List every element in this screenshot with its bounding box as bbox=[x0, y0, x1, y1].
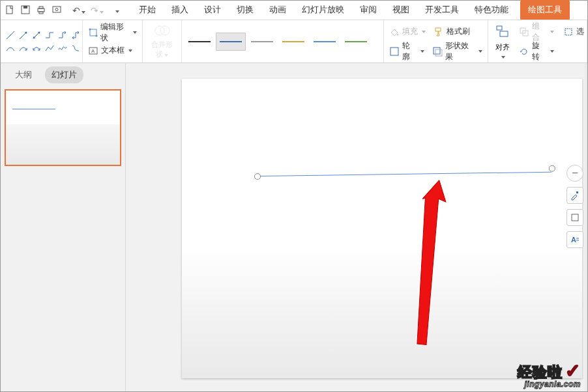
align-button[interactable]: 对齐 bbox=[493, 23, 512, 60]
qat-preview-icon[interactable] bbox=[51, 5, 62, 17]
format-painter-icon bbox=[434, 27, 444, 37]
merge-shapes-button: 合并形状 bbox=[148, 23, 176, 59]
svg-point-12 bbox=[89, 28, 91, 30]
tab-design[interactable]: 设计 bbox=[196, 0, 229, 20]
shape-curve-double-icon[interactable] bbox=[31, 42, 42, 54]
group-icon bbox=[519, 27, 529, 37]
tab-animation[interactable]: 动画 bbox=[261, 0, 294, 20]
crop-button[interactable] bbox=[566, 209, 583, 226]
qat-print-icon[interactable] bbox=[36, 5, 46, 17]
edit-shape-button[interactable]: 编辑形状 bbox=[88, 23, 137, 42]
textfx-button[interactable]: A bbox=[566, 231, 583, 248]
svg-rect-28 bbox=[576, 191, 578, 193]
align-label: 对齐 bbox=[495, 43, 510, 51]
format-painter-button[interactable]: 格式刷 bbox=[434, 23, 470, 40]
svg-rect-4 bbox=[39, 7, 43, 8]
shape-elbow-icon[interactable] bbox=[44, 29, 55, 41]
shape-line-icon[interactable] bbox=[5, 29, 16, 41]
svg-rect-2 bbox=[23, 6, 27, 8]
shape-elbow-arrow-icon[interactable] bbox=[57, 29, 68, 41]
svg-rect-29 bbox=[572, 214, 578, 221]
align-icon bbox=[494, 23, 511, 40]
svg-rect-11 bbox=[90, 29, 96, 36]
shape-s-curve-icon[interactable] bbox=[70, 42, 81, 54]
style-3[interactable] bbox=[247, 33, 277, 51]
watermark-text: 经验啦 bbox=[518, 364, 563, 380]
tab-view[interactable]: 视图 bbox=[385, 0, 417, 20]
outline-label: 轮廓 bbox=[402, 40, 417, 63]
slide-canvas-area[interactable]: − A bbox=[126, 63, 587, 391]
group-edit: 编辑形状 A 文本框 bbox=[83, 20, 143, 63]
shape-curve-arrow-icon[interactable] bbox=[18, 42, 29, 54]
app-window: ↶ ↷ 开始 插入 设计 切换 动画 幻灯片放映 审阅 视图 开发工具 特色功能… bbox=[0, 0, 588, 392]
thumbnail-pane[interactable] bbox=[1, 87, 125, 391]
zoom-out-button[interactable]: − bbox=[566, 165, 583, 182]
tab-start[interactable]: 开始 bbox=[131, 0, 164, 20]
shape-curve-icon[interactable] bbox=[5, 42, 16, 54]
shape-effects-button[interactable]: 形状效果 bbox=[432, 43, 482, 60]
sidebar-tabs: 大纲 幻灯片 bbox=[1, 63, 125, 87]
line-shape-grid[interactable] bbox=[5, 29, 78, 54]
style-gallery[interactable] bbox=[184, 33, 381, 51]
quick-access-toolbar: ↶ ↷ bbox=[5, 1, 119, 20]
tab-transition[interactable]: 切换 bbox=[229, 0, 261, 20]
style-6[interactable] bbox=[341, 33, 371, 51]
qat-new-icon[interactable] bbox=[5, 5, 15, 17]
slide-thumbnail-1[interactable] bbox=[5, 89, 121, 166]
edit-shape-icon bbox=[88, 27, 98, 38]
outline-button[interactable]: 轮廓 bbox=[389, 43, 424, 60]
qat-dropdown-icon[interactable] bbox=[114, 6, 119, 15]
svg-rect-24 bbox=[500, 31, 508, 36]
group-label: 组合 bbox=[532, 21, 546, 43]
tab-special[interactable]: 特色功能 bbox=[467, 0, 516, 20]
qat-undo-button[interactable]: ↶ bbox=[72, 5, 85, 16]
qat-save-icon[interactable] bbox=[20, 5, 31, 17]
tab-dev[interactable]: 开发工具 bbox=[417, 0, 467, 20]
svg-point-7 bbox=[55, 8, 58, 10]
group-button: 组合 bbox=[519, 23, 554, 40]
watermark: 经验啦✓ jingyanla.com bbox=[518, 360, 581, 389]
svg-rect-20 bbox=[390, 48, 398, 55]
style-5[interactable] bbox=[310, 33, 340, 51]
tab-insert[interactable]: 插入 bbox=[164, 0, 196, 20]
slide[interactable] bbox=[182, 79, 582, 378]
shape-scribble-icon[interactable] bbox=[57, 42, 68, 54]
svg-text:A: A bbox=[91, 48, 95, 54]
sidebar: 大纲 幻灯片 bbox=[1, 63, 126, 391]
group-shape-fill: 填充 格式刷 轮廓 形状效果 bbox=[384, 20, 488, 63]
svg-rect-23 bbox=[497, 26, 502, 30]
line-handle-start[interactable] bbox=[254, 173, 261, 180]
format-painter-label: 格式刷 bbox=[447, 26, 470, 37]
shape-elbow-double-icon[interactable] bbox=[70, 29, 81, 41]
merge-shapes-icon bbox=[153, 23, 171, 38]
group-shape-styles bbox=[182, 20, 384, 63]
edit-shape-label: 编辑形状 bbox=[100, 21, 129, 44]
rotate-button[interactable]: 旋转 bbox=[519, 43, 554, 60]
svg-line-10 bbox=[33, 32, 40, 38]
title-and-tabs-bar: ↶ ↷ 开始 插入 设计 切换 动画 幻灯片放映 审阅 视图 开发工具 特色功能… bbox=[1, 1, 587, 20]
shape-arrow-icon[interactable] bbox=[18, 29, 29, 41]
shape-freeform-icon[interactable] bbox=[44, 42, 55, 54]
qat-redo-button[interactable]: ↷ bbox=[91, 5, 104, 16]
select-pane-button[interactable]: 选 bbox=[563, 23, 584, 40]
svg-rect-19 bbox=[435, 28, 441, 31]
sidebar-tab-slides[interactable]: 幻灯片 bbox=[45, 66, 83, 83]
style-2-selected[interactable] bbox=[216, 33, 246, 51]
line-handle-end[interactable] bbox=[549, 165, 555, 172]
textbox-label: 文本框 bbox=[101, 45, 125, 56]
ribbon-tabs: 开始 插入 设计 切换 动画 幻灯片放映 审阅 视图 开发工具 特色功能 绘图工… bbox=[131, 0, 570, 20]
group-shape-gallery bbox=[1, 20, 83, 63]
eyedropper-button[interactable] bbox=[566, 187, 583, 204]
svg-text:A: A bbox=[571, 236, 576, 244]
shape-double-arrow-icon[interactable] bbox=[31, 29, 42, 41]
style-1[interactable] bbox=[184, 33, 214, 51]
selected-line-shape[interactable] bbox=[258, 172, 551, 176]
fill-label: 填充 bbox=[402, 26, 418, 37]
tab-slideshow[interactable]: 幻灯片放映 bbox=[294, 0, 352, 20]
tab-drawing-tools[interactable]: 绘图工具 bbox=[520, 0, 570, 20]
floating-tools: − A bbox=[566, 165, 583, 248]
sidebar-tab-outline[interactable]: 大纲 bbox=[8, 66, 38, 83]
tab-review[interactable]: 审阅 bbox=[352, 0, 385, 20]
style-4[interactable] bbox=[278, 33, 308, 51]
textbox-button[interactable]: A 文本框 bbox=[88, 42, 137, 60]
